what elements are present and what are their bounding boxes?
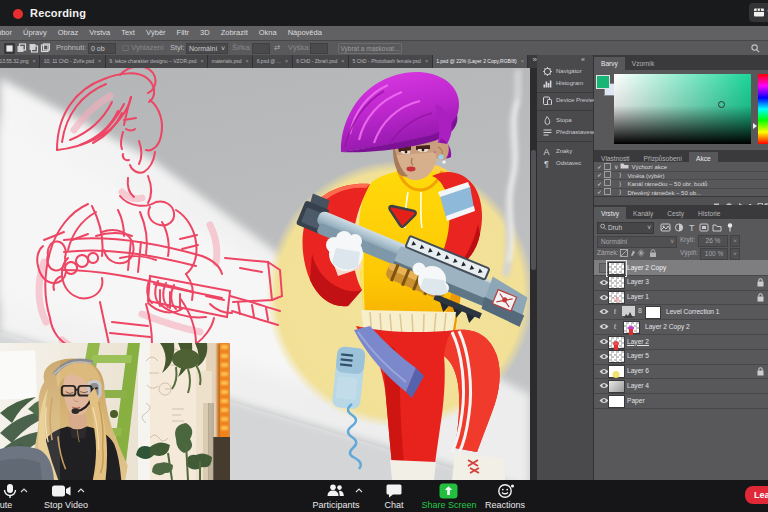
svg-text:T: T — [689, 223, 695, 233]
svg-text:¶: ¶ — [544, 159, 549, 168]
svg-text:A: A — [544, 147, 550, 156]
